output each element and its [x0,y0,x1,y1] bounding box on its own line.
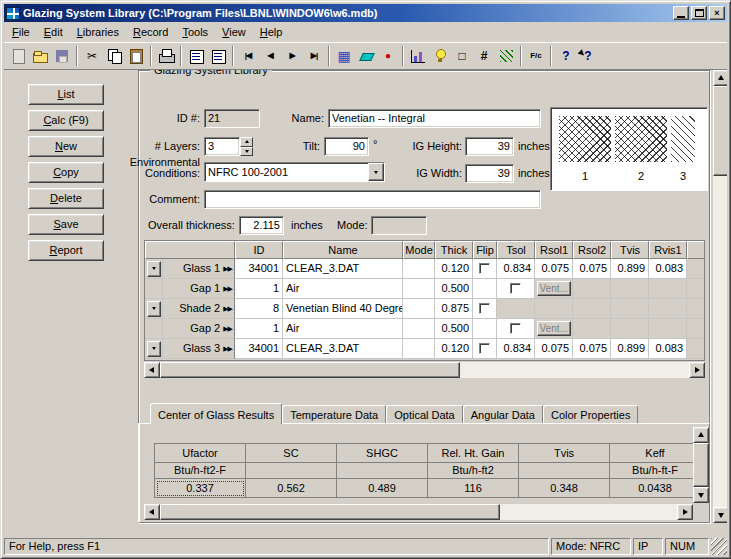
tab-color-properties[interactable]: Color Properties [543,405,638,423]
open-library-button[interactable]: ▶▶ [223,300,232,318]
copy-button[interactable]: Copy [28,162,104,183]
delete-button[interactable]: Delete [28,188,104,209]
tab-center-of-glass-results[interactable]: Center of Glass Results [150,403,282,424]
minimize-button[interactable] [673,6,689,20]
resize-grip[interactable] [711,538,727,555]
menu-view[interactable]: View [215,23,253,41]
hatch-button[interactable] [495,45,517,67]
spinner-down-button[interactable] [240,147,253,157]
cell-tsol[interactable]: 0.834 [497,259,535,279]
hash-button[interactable]: # [473,45,495,67]
grid-horizontal-scrollbar[interactable] [144,362,705,378]
prev-record-button[interactable]: ◀ [259,45,281,67]
list-button[interactable]: List [28,84,104,105]
combo-dropdown-button[interactable] [368,163,384,181]
list-view-button[interactable] [207,45,229,67]
help-button[interactable]: ? [555,45,577,67]
cell-tvis[interactable]: 0.899 [611,339,649,359]
cell-tvis[interactable]: 0.899 [611,259,649,279]
cell-id[interactable]: 1 [235,319,283,339]
scroll-down-button[interactable] [693,487,709,503]
scroll-thumb[interactable] [693,443,709,487]
cell-rsol2[interactable]: 0.075 [573,339,611,359]
cell-rsol1[interactable]: 0.075 [535,259,573,279]
eraser-button[interactable] [355,45,377,67]
spinner-up-button[interactable] [240,137,253,147]
results-horizontal-scrollbar[interactable] [144,504,693,520]
print-button[interactable] [155,45,177,67]
next-record-button[interactable]: ▶ [281,45,303,67]
lamp-button[interactable] [429,45,451,67]
layer-menu-button[interactable] [147,341,161,357]
units-button[interactable]: F/c [525,45,547,67]
chart-button[interactable] [407,45,429,67]
cell-rsol1[interactable]: 0.075 [535,339,573,359]
cell-name[interactable]: Air [283,319,403,339]
square-button[interactable]: □ [451,45,473,67]
cell-name[interactable]: CLEAR_3.DAT [283,339,403,359]
ig-width-field[interactable]: 39 [465,164,514,183]
cell-thick[interactable]: 0.120 [435,259,473,279]
cell-thick[interactable]: 0.875 [435,299,473,319]
context-help-button[interactable]: ? [577,45,599,67]
tab-angular-data[interactable]: Angular Data [463,405,543,423]
flip-checkbox[interactable] [479,343,490,354]
ig-height-field[interactable]: 39 [465,137,514,156]
calc-button[interactable]: Calc (F9) [28,110,104,131]
record-dot-button[interactable]: ● [377,45,399,67]
scroll-left-button[interactable] [144,362,160,378]
tab-temperature-data[interactable]: Temperature Data [282,405,386,423]
cell-id[interactable]: 1 [235,279,283,299]
flip-checkbox[interactable] [479,263,490,274]
cell-name[interactable]: Venetian Blind 40 Degre [283,299,403,319]
layer-menu-button[interactable] [147,261,161,277]
menu-edit[interactable]: Edit [37,23,70,41]
cell-name[interactable]: CLEAR_3.DAT [283,259,403,279]
scroll-thumb[interactable] [160,504,500,520]
open-library-button[interactable]: ▶▶ [223,260,232,278]
form-view-button[interactable] [185,45,207,67]
cell-rsol2[interactable]: 0.075 [573,259,611,279]
cell-name[interactable]: Air [283,279,403,299]
maximize-button[interactable] [691,6,707,20]
open-library-button[interactable]: ▶▶ [223,340,232,358]
new-button[interactable]: New [28,136,104,157]
layer-menu-button[interactable] [147,301,161,317]
vent-checkbox[interactable] [510,283,521,294]
menu-record[interactable]: Record [126,23,175,41]
cell-thick[interactable]: 0.120 [435,339,473,359]
glazing-grid-button[interactable]: ▦ [333,45,355,67]
cell-id[interactable]: 8 [235,299,283,319]
tilt-field[interactable]: 90 [324,137,369,156]
main-vertical-scrollbar[interactable] [713,70,727,523]
flip-checkbox[interactable] [479,303,490,314]
cell-rvis1[interactable]: 0.083 [649,259,687,279]
cell-thick[interactable]: 0.500 [435,279,473,299]
first-record-button[interactable]: |◀ [237,45,259,67]
paste-button[interactable] [125,45,147,67]
scroll-thumb[interactable] [713,86,727,176]
copy-button[interactable] [103,45,125,67]
cell-tsol[interactable]: 0.834 [497,339,535,359]
layers-field[interactable]: 3 [204,137,240,156]
save-button[interactable]: Save [28,214,104,235]
open-button[interactable] [29,45,51,67]
scroll-up-button[interactable] [713,70,727,86]
cell-rvis1[interactable]: 0.083 [649,339,687,359]
environmental-conditions-select[interactable]: NFRC 100-2001 [204,162,385,182]
menu-file[interactable]: File [5,23,37,41]
report-button[interactable]: Report [28,240,104,261]
scroll-right-button[interactable] [677,504,693,520]
cell-id[interactable]: 34001 [235,259,283,279]
comment-field[interactable] [204,190,541,209]
cell-thick[interactable]: 0.500 [435,319,473,339]
cut-button[interactable]: ✂ [81,45,103,67]
scroll-right-button[interactable] [689,362,705,378]
menu-libraries[interactable]: Libraries [70,23,126,41]
name-field[interactable]: Venetian -- Integral [328,109,541,128]
last-record-button[interactable]: ▶| [303,45,325,67]
scroll-left-button[interactable] [144,504,160,520]
open-library-button[interactable]: ▶▶ [223,280,232,298]
close-button[interactable]: × [709,6,725,20]
scroll-up-button[interactable] [693,427,709,443]
